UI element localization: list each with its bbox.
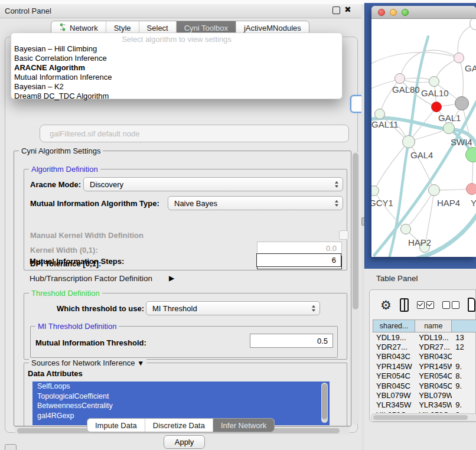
node-HAP2[interactable] <box>400 224 411 234</box>
algorithm-list: Bayesian – Hill ClimbingBasic Correlatio… <box>11 44 342 101</box>
table-cell: YBR045C <box>373 381 415 390</box>
node-label-gal: GAL <box>465 63 476 73</box>
network-table-combo-value: galFiltered.sif default node <box>50 129 139 138</box>
network-table-combo[interactable]: galFiltered.sif default node <box>40 125 349 142</box>
node-gray[interactable] <box>455 96 469 110</box>
table-row[interactable]: YIL052CYIL052C9. <box>373 410 476 413</box>
table-cell: YBR043C <box>373 352 415 361</box>
expand-right-icon[interactable]: ▶ <box>169 274 174 282</box>
algorithm-option-aracne-algorithm[interactable]: ARACNE Algorithm <box>11 63 342 73</box>
group-title: Sources for Network Inference ▼ <box>29 358 146 367</box>
tab-discretize-data[interactable]: Discretize Data <box>145 419 213 432</box>
table-row[interactable]: YDR27...YDR27...12 <box>373 342 476 351</box>
node-GAL4[interactable] <box>402 135 415 148</box>
algorithm-option-bayesian-k2[interactable]: Bayesian – K2 <box>11 82 342 92</box>
table-row[interactable]: YPR145WYPR145W9. <box>373 361 476 371</box>
table-cell: 12 <box>452 342 476 351</box>
scrollbar-thumb[interactable] <box>322 384 327 419</box>
node-GAL10[interactable] <box>429 76 439 87</box>
table-panel-title: Table Panel <box>376 274 418 283</box>
stepper-arrows-icon <box>312 305 315 312</box>
tab-infer-network[interactable]: Infer Network <box>213 419 274 432</box>
algorithm-option-mutual-information-inference[interactable]: Mutual Information Inference <box>11 73 342 82</box>
deselect-all-checkboxes-icon[interactable] <box>442 301 459 309</box>
table-row[interactable]: YER054CYER054C8. <box>373 371 476 381</box>
mi-threshold-definition-group: MI Threshold Definition Mutual Informati… <box>30 326 338 358</box>
export-table-icon[interactable] <box>468 298 475 312</box>
table-header-row: shared...name <box>373 319 476 332</box>
node-GAL11[interactable] <box>374 109 385 119</box>
close-icon[interactable]: ✖ <box>344 5 351 14</box>
table-cell: YER054C <box>373 371 415 381</box>
node-GAL80[interactable] <box>395 73 405 84</box>
mi-steps-value: 6 <box>332 256 336 265</box>
close-traffic-light-icon[interactable] <box>378 9 385 16</box>
tab-impute-data[interactable]: Impute Data <box>87 419 145 432</box>
node-pink-top[interactable] <box>454 53 464 63</box>
table-cell: YIL052C <box>373 410 415 413</box>
network-canvas[interactable]: GALGAL80GAL10GAL1GAL11SWI4GAL4GCY1HAP4YH… <box>371 19 476 257</box>
table-cell: 8. <box>452 371 476 381</box>
table-panel-titlebar: Table Panel <box>364 269 476 288</box>
cyni-algorithm-settings-group: Cyni Algorithm Settings Algorithm Defini… <box>14 151 351 426</box>
table-row[interactable]: YLR345WYLR345W9. <box>373 400 476 410</box>
split-columns-icon[interactable] <box>400 298 409 312</box>
attribute-item-topologicalcoefficient[interactable]: TopologicalCoefficient <box>32 392 330 402</box>
manual-kernel-checkbox[interactable] <box>339 230 348 240</box>
table-cell <box>452 390 476 400</box>
zoom-traffic-light-icon[interactable] <box>402 9 409 16</box>
algorithm-option-dream8-dc-tdc-algorithm[interactable]: Dream8 DC_TDC Algorithm <box>11 92 342 101</box>
tab-label: Discretize Data <box>153 421 205 430</box>
table-toolbar: ⚙ <box>370 290 475 319</box>
float-window-icon[interactable] <box>332 6 340 14</box>
gear-icon[interactable]: ⚙ <box>380 299 392 311</box>
table-cell: 9. <box>452 400 476 410</box>
algorithm-option-basic-correlation-inference[interactable]: Basic Correlation Inference <box>11 54 342 63</box>
column-header-shared-[interactable]: shared... <box>373 319 415 332</box>
vertical-scrollbar[interactable] <box>351 151 359 425</box>
table-cell: YBR043C <box>415 352 452 361</box>
column-header-clipped[interactable] <box>452 319 476 332</box>
attribute-item-selfloops[interactable]: SelfLoops <box>32 381 330 392</box>
algorithm-option-bayesian-hill-climbing[interactable]: Bayesian – Hill Climbing <box>11 44 342 54</box>
table-cell: 13 <box>452 332 476 342</box>
list-scrollbar[interactable] <box>321 383 328 423</box>
node-GAL1[interactable] <box>443 122 455 134</box>
mi-threshold-label: Mutual Information Threshold: <box>35 338 146 347</box>
node-label-swi4: SWI4 <box>451 137 472 147</box>
node-salmon[interactable] <box>466 183 476 195</box>
cyni-bottom-tabs: Impute DataDiscretize DataInfer Network <box>87 418 275 432</box>
collapse-down-icon[interactable]: ▼ <box>137 359 144 367</box>
table-row[interactable]: YBL079WYBL079W <box>373 390 476 400</box>
which-threshold-label: Which threshold to use: <box>57 304 144 313</box>
scrollbar-thumb[interactable] <box>353 153 358 309</box>
mi-steps-field[interactable]: 6 <box>256 253 341 267</box>
table-horizontal-scrollbar[interactable] <box>371 413 476 422</box>
table-row[interactable]: YBR045CYBR045C9. <box>373 381 476 390</box>
network-view-window: GALGAL80GAL10GAL1GAL11SWI4GAL4GCY1HAP4YH… <box>371 6 476 257</box>
table-row[interactable]: YBR043CYBR043C <box>373 352 476 361</box>
minimize-traffic-light-icon[interactable] <box>390 9 397 16</box>
node-red-selected[interactable] <box>431 102 442 112</box>
column-header-name[interactable]: name <box>415 319 452 332</box>
which-threshold-select[interactable]: MI Threshold <box>146 301 320 315</box>
dropdown-placeholder: Select algorithm to view settings <box>11 35 342 44</box>
node-label-hap4: HAP4 <box>437 198 460 208</box>
scrollbar-thumb[interactable] <box>373 415 468 420</box>
node-label-hap2: HAP2 <box>408 237 431 247</box>
node-label-gal11: GAL11 <box>371 119 399 129</box>
node-HAP4[interactable] <box>428 184 440 196</box>
apply-button[interactable]: Apply <box>164 435 205 449</box>
table-row[interactable]: YDL19...YDL19...13 <box>373 332 476 342</box>
tab-label: Style <box>114 24 131 32</box>
aracne-mode-select[interactable]: Discovery <box>83 177 343 191</box>
mi-threshold-field[interactable]: 0.5 <box>250 334 333 348</box>
network-window-titlebar[interactable] <box>371 6 476 19</box>
table-cell: 9. <box>452 410 476 413</box>
mi-type-select[interactable]: Naive Bayes <box>168 196 343 210</box>
mi-steps-label: Mutual Information Steps: <box>30 257 124 266</box>
screen: Control Panel ✖ NetworkStyleSelectCyni T… <box>0 0 476 450</box>
select-all-checkboxes-icon[interactable] <box>417 301 434 309</box>
attribute-item-betweennesscentrality[interactable]: BetweennessCentrality <box>32 401 330 411</box>
mini-palette-icon[interactable] <box>5 444 17 450</box>
